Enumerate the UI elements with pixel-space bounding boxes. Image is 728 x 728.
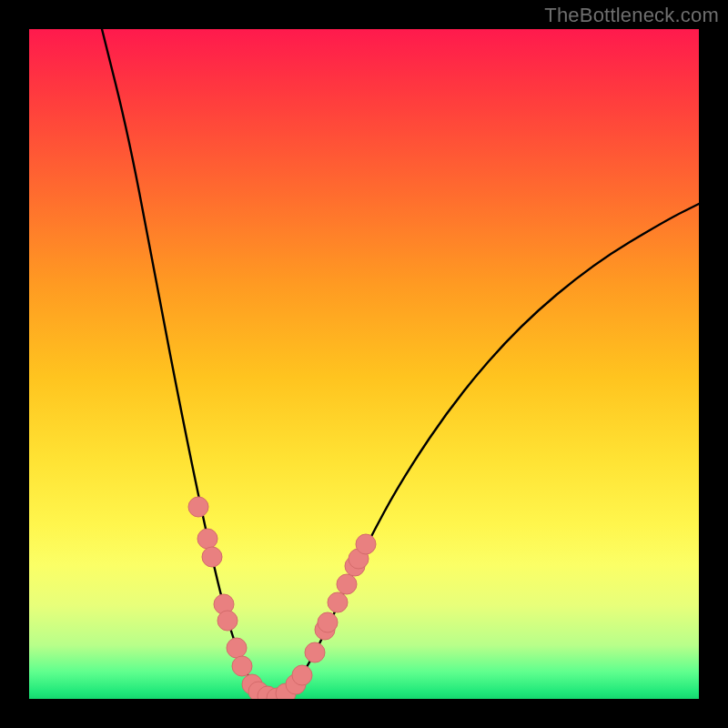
curve-marker — [232, 656, 252, 676]
curve-marker — [227, 638, 247, 658]
curve-marker — [305, 642, 325, 662]
curve-marker — [318, 612, 338, 632]
curve-marker — [217, 611, 238, 631]
curve-marker — [202, 547, 222, 567]
curve-marker — [292, 665, 312, 685]
curve-marker — [197, 529, 217, 549]
watermark-label: TheBottleneck.com — [544, 4, 719, 27]
curve-marker — [337, 574, 357, 594]
curve-marker — [328, 592, 348, 612]
curve-marker — [188, 497, 208, 517]
curve-layer — [29, 29, 699, 699]
curve-marker — [356, 534, 376, 554]
bottleneck-curve — [102, 29, 699, 697]
plot-area — [29, 29, 699, 699]
curve-markers — [188, 497, 376, 699]
chart-frame: TheBottleneck.com — [0, 0, 728, 728]
